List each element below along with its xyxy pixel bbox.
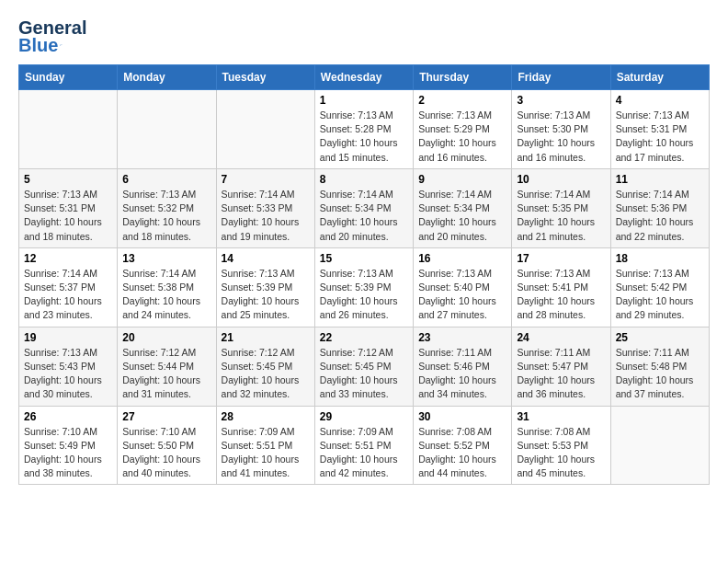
calendar-cell (118, 90, 216, 169)
calendar-cell: 7Sunrise: 7:14 AM Sunset: 5:33 PM Daylig… (216, 168, 314, 247)
calendar-cell (216, 90, 314, 169)
day-info: Sunrise: 7:10 AM Sunset: 5:50 PM Dayligh… (122, 426, 200, 479)
calendar-cell: 17Sunrise: 7:13 AM Sunset: 5:41 PM Dayli… (512, 247, 610, 327)
column-header-sunday: Sunday (19, 65, 118, 90)
day-info: Sunrise: 7:13 AM Sunset: 5:29 PM Dayligh… (418, 109, 496, 163)
column-header-thursday: Thursday (414, 65, 512, 90)
calendar-cell: 9Sunrise: 7:14 AM Sunset: 5:34 PM Daylig… (414, 168, 512, 247)
day-number: 27 (122, 410, 210, 423)
day-info: Sunrise: 7:13 AM Sunset: 5:40 PM Dayligh… (418, 268, 496, 321)
day-info: Sunrise: 7:13 AM Sunset: 5:43 PM Dayligh… (24, 347, 102, 400)
calendar-cell (19, 90, 118, 169)
day-number: 21 (222, 331, 310, 344)
day-info: Sunrise: 7:12 AM Sunset: 5:45 PM Dayligh… (320, 347, 398, 400)
day-number: 11 (616, 173, 704, 186)
calendar-cell: 18Sunrise: 7:13 AM Sunset: 5:42 PM Dayli… (610, 247, 709, 327)
calendar-table: SundayMondayTuesdayWednesdayThursdayFrid… (18, 64, 710, 485)
logo-blue: Blue (18, 36, 58, 54)
day-number: 4 (616, 94, 704, 107)
day-info: Sunrise: 7:13 AM Sunset: 5:31 PM Dayligh… (616, 109, 694, 163)
day-info: Sunrise: 7:10 AM Sunset: 5:49 PM Dayligh… (24, 426, 102, 479)
day-number: 17 (517, 252, 605, 265)
calendar-cell: 12Sunrise: 7:14 AM Sunset: 5:37 PM Dayli… (19, 247, 118, 327)
day-number: 22 (320, 331, 408, 344)
calendar-cell: 26Sunrise: 7:10 AM Sunset: 5:49 PM Dayli… (19, 406, 118, 485)
day-number: 29 (320, 410, 408, 423)
day-info: Sunrise: 7:08 AM Sunset: 5:53 PM Dayligh… (517, 426, 595, 479)
day-info: Sunrise: 7:11 AM Sunset: 5:47 PM Dayligh… (517, 347, 595, 400)
calendar-cell: 3Sunrise: 7:13 AM Sunset: 5:30 PM Daylig… (512, 90, 610, 169)
page-header: General Blue (18, 18, 710, 55)
day-info: Sunrise: 7:14 AM Sunset: 5:37 PM Dayligh… (24, 268, 102, 321)
column-header-friday: Friday (512, 65, 610, 90)
day-number: 26 (24, 410, 112, 423)
calendar-cell: 27Sunrise: 7:10 AM Sunset: 5:50 PM Dayli… (118, 406, 216, 485)
calendar-cell: 30Sunrise: 7:08 AM Sunset: 5:52 PM Dayli… (414, 406, 512, 485)
day-info: Sunrise: 7:09 AM Sunset: 5:51 PM Dayligh… (222, 426, 300, 479)
calendar-cell: 6Sunrise: 7:13 AM Sunset: 5:32 PM Daylig… (118, 168, 216, 247)
calendar-cell: 28Sunrise: 7:09 AM Sunset: 5:51 PM Dayli… (216, 406, 314, 485)
logo-bird-icon (60, 37, 63, 53)
day-number: 2 (418, 94, 506, 107)
day-info: Sunrise: 7:09 AM Sunset: 5:51 PM Dayligh… (320, 426, 398, 479)
calendar-cell: 21Sunrise: 7:12 AM Sunset: 5:45 PM Dayli… (216, 327, 314, 406)
day-number: 24 (517, 331, 605, 344)
day-info: Sunrise: 7:13 AM Sunset: 5:42 PM Dayligh… (616, 268, 694, 321)
calendar-cell: 5Sunrise: 7:13 AM Sunset: 5:31 PM Daylig… (19, 168, 118, 247)
day-number: 13 (122, 252, 210, 265)
day-info: Sunrise: 7:14 AM Sunset: 5:38 PM Dayligh… (122, 268, 200, 321)
day-info: Sunrise: 7:14 AM Sunset: 5:34 PM Dayligh… (418, 189, 496, 242)
day-number: 9 (418, 173, 506, 186)
day-number: 19 (24, 331, 112, 344)
day-number: 28 (222, 410, 310, 423)
day-number: 18 (616, 252, 704, 265)
day-info: Sunrise: 7:12 AM Sunset: 5:44 PM Dayligh… (122, 347, 200, 400)
day-info: Sunrise: 7:13 AM Sunset: 5:32 PM Dayligh… (122, 189, 200, 242)
calendar-cell: 25Sunrise: 7:11 AM Sunset: 5:48 PM Dayli… (610, 327, 709, 406)
day-number: 8 (320, 173, 408, 186)
calendar-cell: 15Sunrise: 7:13 AM Sunset: 5:39 PM Dayli… (314, 247, 413, 327)
day-info: Sunrise: 7:14 AM Sunset: 5:36 PM Dayligh… (616, 189, 694, 242)
day-info: Sunrise: 7:13 AM Sunset: 5:31 PM Dayligh… (24, 189, 102, 242)
calendar-cell: 11Sunrise: 7:14 AM Sunset: 5:36 PM Dayli… (610, 168, 709, 247)
day-info: Sunrise: 7:11 AM Sunset: 5:46 PM Dayligh… (418, 347, 496, 400)
day-number: 14 (222, 252, 310, 265)
calendar-cell: 22Sunrise: 7:12 AM Sunset: 5:45 PM Dayli… (314, 327, 413, 406)
day-info: Sunrise: 7:11 AM Sunset: 5:48 PM Dayligh… (616, 347, 694, 400)
day-number: 31 (517, 410, 605, 423)
day-number: 30 (418, 410, 506, 423)
logo: General Blue (18, 18, 63, 55)
day-info: Sunrise: 7:13 AM Sunset: 5:28 PM Dayligh… (320, 109, 398, 163)
calendar-cell: 1Sunrise: 7:13 AM Sunset: 5:28 PM Daylig… (314, 90, 413, 169)
day-number: 15 (320, 252, 408, 265)
column-header-monday: Monday (118, 65, 216, 90)
day-info: Sunrise: 7:13 AM Sunset: 5:39 PM Dayligh… (320, 268, 398, 321)
day-info: Sunrise: 7:13 AM Sunset: 5:39 PM Dayligh… (222, 268, 300, 321)
column-header-saturday: Saturday (610, 65, 709, 90)
day-number: 6 (122, 173, 210, 186)
calendar-cell: 14Sunrise: 7:13 AM Sunset: 5:39 PM Dayli… (216, 247, 314, 327)
day-number: 3 (517, 94, 605, 107)
day-number: 16 (418, 252, 506, 265)
calendar-cell: 4Sunrise: 7:13 AM Sunset: 5:31 PM Daylig… (610, 90, 709, 169)
calendar-cell: 10Sunrise: 7:14 AM Sunset: 5:35 PM Dayli… (512, 168, 610, 247)
day-number: 20 (122, 331, 210, 344)
calendar-cell (610, 406, 709, 485)
calendar-cell: 20Sunrise: 7:12 AM Sunset: 5:44 PM Dayli… (118, 327, 216, 406)
column-header-wednesday: Wednesday (314, 65, 413, 90)
day-info: Sunrise: 7:08 AM Sunset: 5:52 PM Dayligh… (418, 426, 496, 479)
day-info: Sunrise: 7:13 AM Sunset: 5:30 PM Dayligh… (517, 109, 595, 163)
calendar-cell: 23Sunrise: 7:11 AM Sunset: 5:46 PM Dayli… (414, 327, 512, 406)
calendar-cell: 16Sunrise: 7:13 AM Sunset: 5:40 PM Dayli… (414, 247, 512, 327)
calendar-cell: 29Sunrise: 7:09 AM Sunset: 5:51 PM Dayli… (314, 406, 413, 485)
calendar-cell: 31Sunrise: 7:08 AM Sunset: 5:53 PM Dayli… (512, 406, 610, 485)
day-number: 7 (222, 173, 310, 186)
day-info: Sunrise: 7:14 AM Sunset: 5:33 PM Dayligh… (222, 189, 300, 242)
day-info: Sunrise: 7:13 AM Sunset: 5:41 PM Dayligh… (517, 268, 595, 321)
calendar-cell: 19Sunrise: 7:13 AM Sunset: 5:43 PM Dayli… (19, 327, 118, 406)
day-number: 1 (320, 94, 408, 107)
calendar-cell: 2Sunrise: 7:13 AM Sunset: 5:29 PM Daylig… (414, 90, 512, 169)
day-number: 5 (24, 173, 112, 186)
day-number: 10 (517, 173, 605, 186)
day-number: 23 (418, 331, 506, 344)
